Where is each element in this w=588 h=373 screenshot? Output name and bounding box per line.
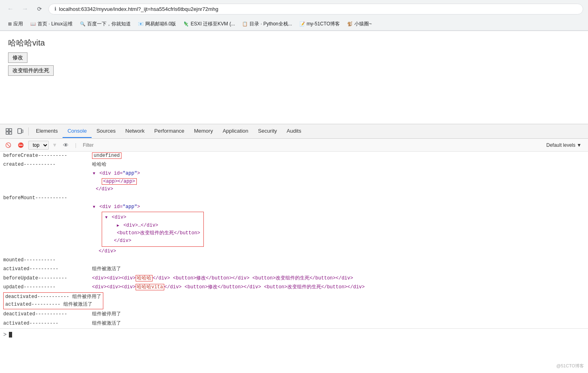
tab-audits[interactable]: Audits (282, 125, 306, 138)
bookmark-linux[interactable]: 📖 首页 · Linux运维 (27, 19, 76, 29)
bu-div3: <div> (121, 275, 136, 281)
devtools-tabs-bar: Elements Console Sources Network Perform… (0, 124, 588, 139)
svg-rect-4 (18, 129, 21, 133)
tab-application[interactable]: Application (218, 125, 253, 138)
updated-label: updated----------- (3, 283, 92, 291)
default-levels-button[interactable]: Default levels ▼ (543, 142, 585, 149)
tab-performance[interactable]: Performance (149, 125, 189, 138)
updated-value: <div><div><div>哈哈哈vita</div> <button>修改<… (92, 283, 365, 291)
bookmark-baidu[interactable]: 🔍 百度一下，你就知道 (77, 19, 134, 29)
before-update-line: beforeUpdate---------- <div><div><div>哈哈… (0, 274, 588, 283)
svg-rect-2 (6, 132, 8, 134)
bookmark-apps-label: 应用 (13, 21, 23, 27)
bookmark-baidu-label: 百度一下，你就知道 (87, 21, 131, 27)
div-close-1: </div> (96, 186, 113, 192)
div-close-2: </div> (98, 248, 116, 254)
bookmark-email[interactable]: 📧 网易邮箱6.0版 (135, 19, 180, 29)
hahaha-vita-highlight: 哈哈哈vita (136, 284, 164, 290)
email-icon: 📧 (138, 21, 144, 27)
apps-icon: ⊞ (8, 21, 12, 27)
monkey-icon: 🐒 (347, 21, 353, 27)
bookmark-python[interactable]: 📋 目录 · Python全栈... (239, 19, 295, 29)
console-input-line: > (0, 328, 588, 341)
upd-button1: <button>修改</button></div> (184, 284, 261, 290)
activated-line-2: activated---------- 组件被激活了 (0, 319, 588, 328)
dom-tree-1-line: ▼ <div id="app"> <app></app> </div> (0, 169, 588, 194)
div-app-open-2: <div id="app"> (99, 204, 140, 210)
tab-memory[interactable]: Memory (189, 125, 218, 138)
triangle-icon-1: ▼ (93, 171, 95, 176)
bu-divclose: </div> (153, 275, 170, 281)
filter-input[interactable] (80, 142, 540, 149)
back-button[interactable]: ← (5, 3, 16, 15)
undefined-highlight: undefined (92, 152, 121, 159)
browser-chrome: ← → ⟳ ℹ localhost:63342/myvue/index.html… (0, 0, 588, 31)
bookmark-esxi-label: ESXI 迁移至KVM (... (190, 21, 235, 27)
bookmarks-bar: ⊞ 应用 📖 首页 · Linux运维 🔍 百度一下，你就知道 📧 网易邮箱6.… (0, 18, 588, 31)
activated-label-2: activated---------- (3, 320, 92, 327)
created-label: created----------- (3, 161, 92, 169)
div-open: <div> (112, 215, 126, 220)
address-bar[interactable]: ℹ localhost:63342/myvue/index.html?_ijt=… (48, 4, 583, 15)
tab-console[interactable]: Console (63, 125, 92, 138)
upd-div2: <div> (107, 284, 121, 290)
eye-button[interactable]: 👁 (61, 141, 71, 149)
svg-rect-0 (6, 129, 8, 131)
before-update-value: <div><div><div>哈哈哈</div> <button>修改</but… (92, 275, 353, 282)
button-change: <button>改变组件的生死</button> (117, 230, 200, 236)
reload-button[interactable]: ⟳ (34, 3, 45, 15)
upd-divclose: </div> (164, 284, 182, 290)
div-ellipsis: <div>…</div> (123, 223, 158, 228)
bu-button2: <button>改变组件的生死</button></div> (252, 275, 353, 281)
page-content: 哈哈哈vita 修改 改变组件的生死 (0, 31, 588, 124)
triangle-icon-2: ▼ (93, 205, 95, 209)
page-title: 哈哈哈vita (8, 38, 580, 48)
bookmark-esxi[interactable]: 🦎 ESXI 迁移至KVM (... (180, 19, 238, 29)
change-life-button[interactable]: 改变组件的生死 (8, 65, 54, 76)
activated-label-block: activated---------- (5, 302, 61, 307)
bookmark-monkey[interactable]: 🐒 小猿圈~ (344, 19, 375, 29)
console-output: beforeCreate---------- undefined created… (0, 152, 588, 341)
url-text: localhost:63342/myvue/index.html?_ijt=hs… (59, 6, 577, 12)
lifecycle-block-line: deactivated----------- 组件被停用了 activated-… (0, 292, 588, 310)
tab-elements[interactable]: Elements (31, 125, 63, 138)
forward-button[interactable]: → (19, 3, 31, 15)
bookmark-51cto-label: my-51CTO博客 (307, 21, 340, 27)
secure-icon: ℹ (54, 6, 56, 12)
deactivated-line-2: deactivated----------- 组件被停用了 (0, 310, 588, 319)
activated-value-block: 组件被激活了 (63, 302, 92, 307)
bookmark-apps[interactable]: ⊞ 应用 (5, 19, 26, 29)
activated-line-1: activated---------- 组件被激活了 (0, 265, 588, 274)
inspect-element-button[interactable] (3, 127, 15, 136)
dom-tree-1-content: ▼ <div id="app"> <app></app> </div> (93, 170, 140, 193)
deactivated-in-block: deactivated----------- 组件被停用了 (5, 293, 101, 301)
context-selector[interactable]: top (28, 141, 49, 150)
mounted-line: mounted----------- (0, 256, 588, 265)
stop-recording-button[interactable]: ⛔ (16, 141, 26, 149)
activated-value-1: 组件被激活了 (92, 265, 121, 273)
console-cursor (9, 332, 12, 338)
deactivated-value-block: 组件被停用了 (72, 294, 101, 300)
baidu-icon: 🔍 (80, 21, 86, 27)
bookmark-email-label: 网易邮箱6.0版 (145, 21, 176, 27)
updated-line: updated----------- <div><div><div>哈哈哈vit… (0, 283, 588, 292)
before-update-label: beforeUpdate---------- (3, 275, 92, 282)
before-create-line: beforeCreate---------- undefined (0, 152, 588, 160)
before-create-label: beforeCreate---------- (3, 152, 92, 160)
tab-sources[interactable]: Sources (92, 125, 121, 138)
triangle-icon-3: ▼ (105, 215, 108, 220)
bookmark-51cto[interactable]: 📝 my-51CTO博客 (296, 19, 343, 29)
div-app-open: <div id="app"> (99, 171, 140, 176)
div-close-inner: </div> (114, 238, 131, 244)
tab-security[interactable]: Security (253, 125, 282, 138)
tab-network[interactable]: Network (121, 125, 150, 138)
clear-console-button[interactable]: 🚫 (3, 141, 13, 149)
bookmark-python-label: 目录 · Python全栈... (249, 21, 292, 27)
bookmark-monkey-label: 小猿圈~ (354, 21, 372, 27)
deactivated-label-block: deactivated----------- (5, 294, 69, 300)
bu-button1: <button>修改</button></div> (173, 275, 249, 281)
device-toolbar-button[interactable] (15, 127, 26, 136)
nav-bar: ← → ⟳ ℹ localhost:63342/myvue/index.html… (0, 0, 588, 18)
svg-rect-3 (9, 132, 12, 134)
modify-button[interactable]: 修改 (8, 52, 27, 63)
